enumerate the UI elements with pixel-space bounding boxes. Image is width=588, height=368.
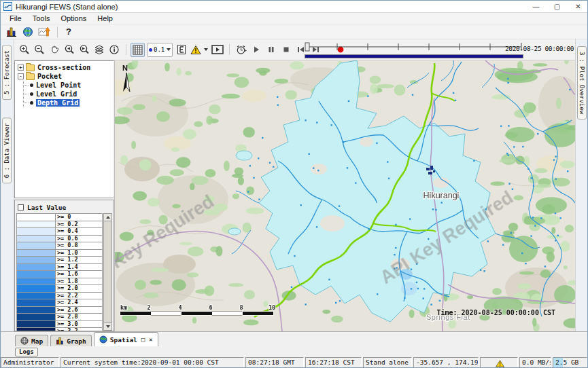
- left-panel: + Cross-section - Pocket: [14, 60, 115, 331]
- animation-window-button[interactable]: [210, 43, 224, 57]
- legend-row[interactable]: >= 0.6: [16, 235, 103, 242]
- pause-button[interactable]: [264, 43, 278, 57]
- svg-text:6: 6: [209, 304, 212, 311]
- help-button[interactable]: ?: [62, 26, 75, 37]
- legend-panel: Last Value >= 0>= 0.2>= 0.4>= 0.6>= 0.8>…: [14, 200, 114, 331]
- legend-row[interactable]: >= 1.4: [16, 263, 103, 271]
- status-user: Administrator: [1, 357, 59, 368]
- tree-item-label-selected: Depth Grid: [36, 99, 80, 107]
- tree-item-level-point[interactable]: Level Point: [24, 81, 114, 90]
- menu-help[interactable]: Help: [92, 14, 118, 23]
- pan-button[interactable]: [47, 43, 61, 57]
- warning-icon: [496, 360, 504, 367]
- legend-row[interactable]: >= 2.8: [16, 313, 103, 320]
- time-slider[interactable]: [305, 41, 523, 59]
- stopwatch-icon: [235, 44, 247, 56]
- tree-item-pocket[interactable]: - Pocket: [15, 72, 114, 81]
- tab-graph[interactable]: Graph: [50, 335, 92, 346]
- grid-display-button[interactable]: [37, 25, 52, 39]
- info-button[interactable]: [107, 43, 121, 57]
- close-button[interactable]: ✕: [568, 1, 588, 12]
- collapse-icon[interactable]: -: [18, 73, 24, 79]
- legend-scrollbar[interactable]: [103, 213, 112, 331]
- legend-row[interactable]: >= 2.0: [16, 284, 103, 292]
- layer-tree: + Cross-section - Pocket: [14, 60, 114, 198]
- expand-icon[interactable]: +: [18, 65, 24, 71]
- tab-map[interactable]: Map: [15, 335, 48, 346]
- scroll-down-button[interactable]: [103, 323, 112, 331]
- legend-row[interactable]: >= 3.2: [16, 327, 103, 331]
- svg-text:4: 4: [178, 304, 181, 311]
- bar-chart-icon: [6, 26, 17, 37]
- menu-bar: File Tools Options Help: [1, 13, 588, 24]
- scroll-up-button[interactable]: [103, 213, 112, 221]
- menu-file[interactable]: File: [5, 14, 27, 23]
- stop-button[interactable]: [279, 43, 293, 57]
- zoom-previous-icon: [64, 44, 75, 55]
- classbreak-value: 0.1: [154, 46, 165, 53]
- warning-icon: [190, 45, 202, 55]
- legend-row[interactable]: >= 1.8: [16, 278, 103, 285]
- slider-thumb[interactable]: [305, 43, 309, 51]
- status-mode: Stand alone: [363, 357, 412, 368]
- play-button[interactable]: [249, 43, 263, 57]
- animation-settings-button[interactable]: [234, 43, 248, 57]
- legend-row[interactable]: >= 0.2: [16, 221, 103, 228]
- legend-row[interactable]: >= 2.4: [16, 299, 103, 306]
- main-toolbar: ?: [1, 24, 588, 39]
- maximize-button[interactable]: ▢: [547, 1, 568, 12]
- tree-item-label: Cross-section: [37, 64, 90, 71]
- triangle-up-icon: [106, 216, 110, 219]
- scrollbar-thumb[interactable]: [103, 221, 112, 323]
- zoom-in-button[interactable]: [17, 43, 31, 57]
- menu-tools[interactable]: Tools: [28, 14, 55, 23]
- zoom-next-button[interactable]: [77, 43, 91, 57]
- legend-row[interactable]: >= 3.0: [16, 320, 103, 328]
- legend-row[interactable]: >= 2.6: [16, 306, 103, 314]
- tab-maximize-icon[interactable]: □: [141, 336, 145, 343]
- thresholds-dropdown[interactable]: [189, 43, 209, 57]
- timeseries-display-button[interactable]: [4, 25, 19, 39]
- status-warning-cell[interactable]: [480, 357, 518, 368]
- legend-row[interactable]: >= 0.8: [16, 242, 103, 249]
- classbreak-dropdown[interactable]: 0.1: [147, 43, 173, 57]
- map-view[interactable]: API Key Required API Key Required Hikura…: [115, 60, 575, 331]
- legend-row[interactable]: >= 1.2: [16, 256, 103, 263]
- layers-button[interactable]: [92, 43, 106, 57]
- pause-icon: [267, 45, 275, 54]
- legend-row[interactable]: >= 2.2: [16, 292, 103, 299]
- zoom-out-icon: [34, 44, 45, 55]
- chevron-down-icon: [204, 48, 208, 51]
- wire-globe-icon: [20, 337, 29, 345]
- tree-connector: [24, 103, 29, 103]
- tree-item-level-grid[interactable]: Level Grid: [24, 90, 114, 98]
- tab-data-viewer[interactable]: 6 : Data Viewer: [2, 117, 12, 183]
- tab-close-icon[interactable]: ✕: [149, 336, 152, 343]
- minimize-button[interactable]: —: [525, 1, 547, 12]
- globe-icon: [22, 26, 33, 37]
- legend-row[interactable]: >= 0: [16, 213, 103, 221]
- tab-spatial[interactable]: Spatial □ ✕: [94, 332, 158, 346]
- bullet-icon: [30, 101, 33, 105]
- tree-item-cross-section[interactable]: + Cross-section: [15, 63, 114, 72]
- elevation-button[interactable]: [174, 43, 188, 57]
- svg-text:8: 8: [239, 304, 243, 311]
- layers-icon: [94, 44, 105, 55]
- tree-item-depth-grid[interactable]: Depth Grid: [24, 98, 114, 107]
- logs-button[interactable]: Logs: [15, 348, 38, 356]
- zoom-previous-button[interactable]: [62, 43, 76, 57]
- zoom-out-button[interactable]: [32, 43, 46, 57]
- show-grid-button[interactable]: [131, 43, 145, 57]
- spatial-display-button[interactable]: [20, 25, 35, 39]
- tab-plot-overview[interactable]: 3 : Plot Overview: [577, 46, 587, 119]
- tab-forecast[interactable]: 5 : Forecast: [2, 45, 12, 100]
- folder-icon: [26, 73, 35, 80]
- status-local-time: 16:27:18 CST: [305, 357, 362, 368]
- toolbar-separator: [229, 44, 230, 55]
- legend-row[interactable]: >= 0.4: [16, 227, 103, 235]
- last-value-checkbox[interactable]: [18, 204, 24, 210]
- legend-row[interactable]: >= 1.6: [16, 270, 103, 278]
- menu-options[interactable]: Options: [56, 14, 91, 23]
- legend-row[interactable]: >= 1.0: [16, 249, 103, 257]
- stop-icon: [282, 45, 290, 54]
